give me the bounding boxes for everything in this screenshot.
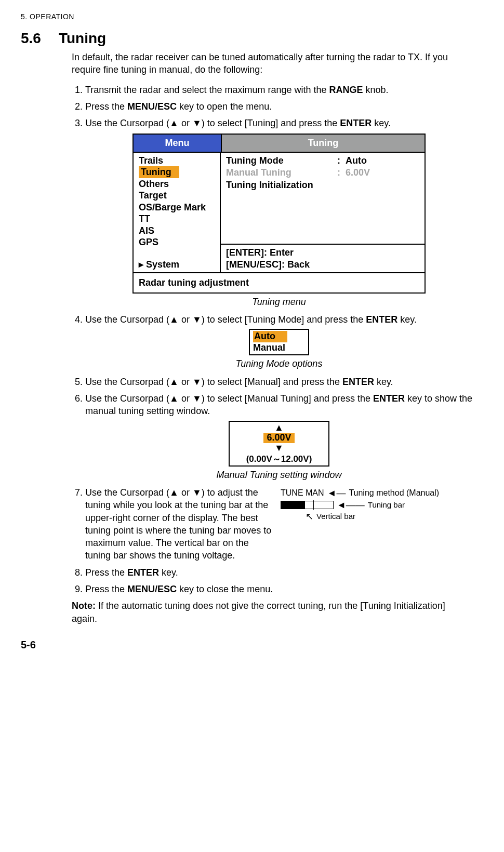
text: key. [397, 314, 417, 325]
up-triangle-icon: ▲ [169, 118, 179, 128]
menu-right-pane: Tuning Mode : Auto Manual Tuning : 6.00V [221, 153, 425, 244]
text: Transmit the radar and select the maximu… [85, 85, 329, 95]
text: or [179, 377, 192, 387]
up-triangle-icon: ▲ [169, 487, 179, 498]
text: ) to select [Manual] and press the [202, 377, 342, 387]
page-number: 5-6 [21, 639, 36, 651]
down-triangle-icon: ▼ [192, 377, 202, 387]
text: ) to adjust the tuning while you look at… [85, 487, 271, 561]
menu-item-others: Others [139, 178, 217, 190]
text: Press the [85, 101, 127, 112]
menu-esc-key-label: MENU/ESC [127, 101, 177, 112]
tuning-init-label: Tuning Initialization [226, 179, 335, 191]
intro-paragraph: In default, the radar receiver can be tu… [72, 51, 473, 76]
text: or [179, 314, 192, 325]
text: or [179, 393, 192, 404]
text: Use the Cursorpad ( [85, 487, 169, 498]
manual-tuning-range: (0.00V～12.00V) [230, 455, 328, 464]
step-2: Press the MENU/ESC key to open the menu. [85, 100, 473, 113]
menu-item-tt: TT [139, 213, 217, 225]
caption-tuning-mode-options: Tuning Mode options [85, 357, 473, 370]
menu-left-pane: Trails Tuning Others Target OS/Barge Mar… [134, 153, 221, 273]
up-arrow-icon: ▲ [230, 423, 328, 433]
down-arrow-icon: ▼ [230, 443, 328, 454]
down-triangle-icon: ▼ [192, 487, 202, 498]
down-triangle-icon: ▼ [192, 118, 202, 128]
step-6: Use the Cursorpad (▲ or ▼) to select [Ma… [85, 392, 473, 481]
step-4: Use the Cursorpad (▲ or ▼) to select [Tu… [85, 313, 473, 370]
range-knob-label: RANGE [329, 85, 363, 95]
step-1: Transmit the radar and select the maximu… [85, 84, 473, 96]
down-triangle-icon: ▼ [192, 314, 202, 325]
menu-item-system: ▸ System [139, 259, 217, 271]
step-9: Press the MENU/ESC key to close the menu… [85, 583, 473, 595]
menu-help-enter: [ENTER]: Enter [226, 247, 419, 259]
down-triangle-icon: ▼ [192, 393, 202, 404]
step-3: Use the Cursorpad (▲ or ▼) to select [Tu… [85, 117, 473, 308]
tuning-method-label: Tuning method (Manual) [349, 487, 439, 499]
section-number: 5.6 [21, 30, 41, 47]
menu-help-back: [MENU/ESC]: Back [226, 259, 419, 271]
up-triangle-icon: ▲ [169, 393, 179, 404]
tune-man-label: TUNE MAN [281, 487, 324, 499]
text: Use the Cursorpad ( [85, 118, 169, 128]
tuning-bar-graphic [281, 501, 334, 509]
manual-tuning-current-value: 6.00V [263, 433, 294, 443]
arrow-left-icon: ◄—— [337, 500, 365, 510]
manual-tuning-window-figure: ▲ 6.00V ▼ (0.00V～12.00V) [229, 421, 329, 467]
up-triangle-icon: ▲ [169, 314, 179, 325]
text: Press the [85, 567, 127, 578]
text: Use the Cursorpad ( [85, 393, 169, 404]
arrow-left-icon: ◄— [327, 488, 346, 498]
text: ) to select [Tuning Mode] and press the [202, 314, 366, 325]
note-paragraph: Note: If the automatic tuning does not g… [72, 600, 473, 625]
option-manual: Manual [253, 342, 305, 354]
section-title: Tuning [59, 30, 106, 47]
text: Use the Cursorpad ( [85, 377, 169, 387]
menu-header-left: Menu [134, 135, 222, 151]
text: key. [372, 118, 391, 128]
up-triangle-icon: ▲ [169, 377, 179, 387]
caption-tuning-menu: Tuning menu [85, 296, 473, 308]
colon: : [335, 167, 342, 179]
caption-manual-tuning-window: Manual Tuning setting window [85, 469, 473, 481]
tuning-bar-diagram: TUNE MAN ◄— Tuning method (Manual) ◄—— T… [281, 486, 473, 562]
note-text: If the automatic tuning does not give th… [72, 601, 445, 623]
option-auto-selected: Auto [253, 331, 287, 342]
text: key. [374, 377, 393, 387]
text: or [179, 118, 192, 128]
menu-esc-key-label: MENU/ESC [127, 584, 177, 594]
step-7: Use the Cursorpad (▲ or ▼) to adjust the… [85, 486, 473, 562]
tuning-bar-fill [281, 501, 305, 509]
arrow-diagonal-icon: ↖ [306, 512, 313, 521]
text: Press the [85, 584, 127, 594]
text: key. [159, 567, 178, 578]
menu-item-os-barge: OS/Barge Mark [139, 202, 217, 214]
page-header: 5. OPERATION [21, 12, 473, 21]
note-label: Note: [72, 601, 96, 611]
tuning-menu-figure: Menu Tuning Trails Tuning Others Target … [132, 134, 426, 293]
text: key to open the menu. [177, 101, 272, 112]
text: or [179, 487, 192, 498]
manual-tuning-label: Manual Tuning [226, 167, 335, 179]
enter-key-label: ENTER [342, 377, 374, 387]
text: knob. [363, 85, 389, 95]
text: ) to select [Manual Tuning] and press th… [202, 393, 373, 404]
enter-key-label: ENTER [373, 393, 405, 404]
colon: : [335, 155, 342, 167]
text: ) to select [Tuning] and press the [202, 118, 340, 128]
menu-help-box: [ENTER]: Enter [MENU/ESC]: Back [221, 244, 425, 272]
menu-item-target: Target [139, 190, 217, 202]
menu-item-gps: GPS [139, 236, 217, 248]
vertical-bar-marker [313, 500, 314, 510]
menu-item-tuning-selected: Tuning [139, 166, 179, 178]
tuning-mode-label: Tuning Mode [226, 155, 335, 167]
menu-item-trails: Trails [139, 155, 217, 167]
menu-footer-note: Radar tuning adjustment [134, 272, 425, 292]
text: Use the Cursorpad ( [85, 314, 169, 325]
enter-key-label: ENTER [127, 567, 159, 578]
tuning-bar-label: Tuning bar [368, 500, 405, 510]
vertical-bar-label: Vertical bar [316, 511, 355, 522]
step-8: Press the ENTER key. [85, 566, 473, 579]
manual-tuning-value: 6.00V [342, 167, 370, 179]
